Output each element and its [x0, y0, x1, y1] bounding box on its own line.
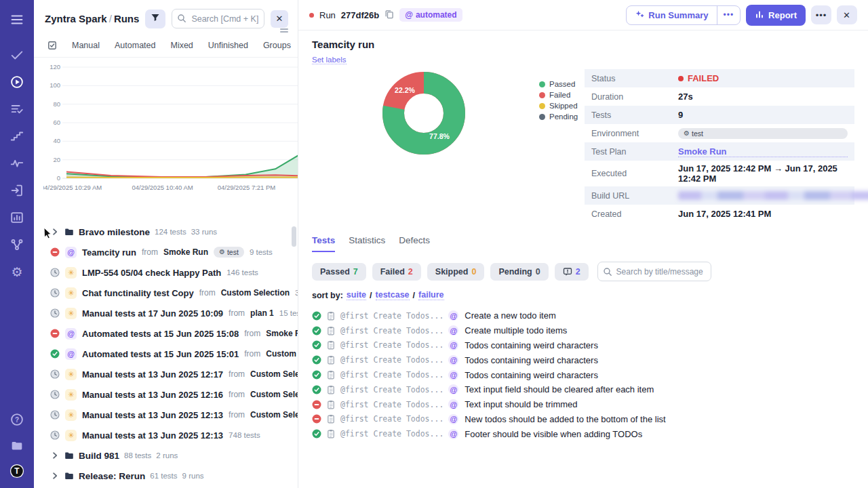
detail-row: Duration27s [585, 87, 854, 106]
test-row[interactable]: @first Create Todos... @ Create multiple… [312, 323, 854, 338]
detail-value: Jun 17, 2025 12:42 PM → Jun 17, 2025 12:… [678, 163, 848, 184]
run-summary-button[interactable]: Run Summary [627, 6, 716, 24]
tab-tests[interactable]: Tests [312, 235, 335, 252]
run-row[interactable]: @ Automated tests at 15 Jun 2025 15:08 f… [34, 323, 298, 344]
failed-status-icon [50, 329, 60, 338]
filter-chip-comments[interactable]: 2 [555, 263, 589, 281]
svg-text:04/29/2025 7:21 PM: 04/29/2025 7:21 PM [218, 184, 276, 191]
more-actions-button[interactable]: ••• [811, 5, 831, 24]
folder-row[interactable]: Bravo milestone 124 tests 33 runs [34, 222, 298, 242]
sidebar-item-check-icon[interactable] [8, 46, 26, 64]
folder-row[interactable]: Build 981 88 tests 2 runs [34, 445, 298, 466]
automated-type-icon: @ [448, 370, 458, 380]
run-row[interactable]: ✳ Manual tests at 17 Jun 2025 10:09 from… [34, 303, 298, 323]
menu-icon[interactable] [8, 11, 26, 28]
filter-chip-passed[interactable]: Passed7 [312, 263, 366, 281]
test-suite: @first Create Todos... [340, 400, 443, 409]
test-row[interactable]: @first Create Todos... @ Create a new to… [312, 308, 854, 323]
svg-text:120: 120 [50, 63, 60, 70]
sort-link-testcase[interactable]: testcase [376, 290, 410, 300]
run-row[interactable]: @ Automated tests at 15 Jun 2025 15:01 f… [34, 344, 298, 364]
sort-link-failure[interactable]: failure [418, 290, 444, 300]
tab-automated[interactable]: Automated [115, 41, 155, 50]
sort-link-suite[interactable]: suite [347, 290, 366, 300]
svg-text:40: 40 [53, 137, 60, 144]
run-row[interactable]: ✳ Manual tests at 13 Jun 2025 12:13 748 … [34, 425, 298, 445]
tab-manual[interactable]: Manual [72, 41, 100, 50]
chevron-right-icon[interactable] [50, 471, 60, 481]
clipboard-icon [326, 311, 336, 321]
from-label: from [229, 308, 245, 318]
folders-icon[interactable] [8, 436, 26, 454]
svg-text:80: 80 [53, 100, 60, 108]
tab-defects[interactable]: Defects [399, 235, 430, 252]
run-row[interactable]: ✳ Chat functinality test Copy fromCustom… [34, 283, 298, 303]
test-suite: @first Create Todos... [340, 414, 443, 424]
automated-type-icon: @ [65, 247, 77, 258]
test-row[interactable]: @first Create Todos... @ Text input shou… [312, 397, 854, 412]
tab-unfinished[interactable]: Unfinished [208, 41, 248, 50]
panel-resize-handle[interactable] [280, 28, 288, 34]
sidebar-item-play-circle-icon[interactable] [8, 73, 26, 91]
sidebar-item-steps-icon[interactable] [8, 127, 26, 145]
test-row[interactable]: @first Create Todos... @ Footer should b… [312, 426, 854, 441]
test-row[interactable]: @first Create Todos... @ New todos shoul… [312, 412, 854, 427]
failed-status-icon [50, 247, 60, 257]
help-icon[interactable]: ? [8, 411, 26, 428]
filter-chip-failed[interactable]: Failed2 [372, 263, 421, 281]
run-row[interactable]: ✳ Manual tests at 13 Jun 2025 12:17 from… [34, 364, 298, 384]
clipboard-icon [326, 340, 336, 350]
environment-badge: ⚙test [678, 128, 848, 139]
run-summary-more-button[interactable]: ••• [717, 6, 741, 24]
tests-search-input[interactable] [597, 262, 711, 281]
filter-chip-skipped[interactable]: Skipped0 [427, 263, 485, 281]
svg-text:04/29/2025 10:29 AM: 04/29/2025 10:29 AM [43, 184, 102, 191]
sidebar-item-import-icon[interactable] [8, 182, 26, 199]
run-row[interactable]: ✳ LMP-554 05/04 check Happy Path 146 tes… [34, 262, 298, 283]
copy-icon[interactable] [384, 9, 394, 21]
chevron-right-icon[interactable] [50, 451, 60, 460]
breadcrumb-separator: / [107, 13, 114, 24]
sidebar-bottom: ?T [8, 411, 26, 488]
search-icon [603, 267, 612, 279]
test-row[interactable]: @first Create Todos... @ Todos containin… [312, 367, 854, 382]
tab-mixed[interactable]: Mixed [170, 41, 193, 50]
status-failed: FAILED [678, 73, 848, 83]
test-plan-link[interactable]: Smoke Run [678, 146, 848, 157]
report-button[interactable]: Report [746, 5, 806, 26]
run-row[interactable]: @ Teamcity run fromSmoke Run ⚙test 9 tes… [34, 242, 298, 262]
tab-statistics[interactable]: Statistics [349, 235, 385, 252]
run-name: Teamcity run [82, 247, 136, 258]
run-detail-panel: Run 277df26b @automated Run Summary ••• … [298, 0, 868, 488]
test-row[interactable]: @first Create Todos... @ Todos containin… [312, 352, 854, 367]
test-row[interactable]: @first Create Todos... @ Text input fiel… [312, 382, 854, 397]
sidebar-item-list-check-icon[interactable] [8, 100, 26, 118]
detail-row: Tests9 [585, 106, 854, 124]
sidebar-item-gear-icon[interactable]: ⚙ [8, 263, 26, 281]
run-label: Run [319, 10, 336, 20]
run-row[interactable]: ✳ Manual tests at 13 Jun 2025 12:13 from… [34, 405, 298, 425]
chevron-right-icon[interactable] [50, 227, 60, 237]
select-all-icon[interactable] [47, 41, 57, 50]
run-tests-count: 748 tests [229, 431, 260, 439]
run-row[interactable]: ✳ Manual tests at 13 Jun 2025 12:16 from… [34, 384, 298, 405]
sidebar-item-pulse-icon[interactable] [8, 155, 26, 172]
automated-type-icon: @ [448, 399, 458, 409]
folder-row[interactable]: Release: Rerun 61 tests 9 runs [34, 466, 298, 486]
run-details-table: StatusFAILEDDuration27sTests9Environment… [585, 69, 854, 223]
run-tests-count: 15 tests [279, 309, 298, 317]
filter-button[interactable] [145, 9, 165, 28]
close-panel-button[interactable]: ✕ [271, 10, 288, 28]
close-run-button[interactable]: ✕ [837, 5, 857, 24]
svg-text:22.2%: 22.2% [395, 86, 415, 94]
sidebar-item-analytics-icon[interactable] [8, 209, 26, 226]
tab-groups[interactable]: Groups [263, 41, 291, 50]
test-row[interactable]: @first Create Todos... @ Todos containin… [312, 338, 854, 353]
scrollbar-thumb[interactable] [292, 226, 296, 247]
passed-status-icon [312, 340, 321, 350]
filter-chip-pending[interactable]: Pending0 [490, 263, 548, 281]
set-labels-link[interactable]: Set labels [312, 56, 347, 64]
logo-testomat[interactable]: T [8, 462, 26, 480]
sidebar-item-branch-icon[interactable] [8, 236, 26, 253]
detail-label: Environment [591, 129, 678, 138]
